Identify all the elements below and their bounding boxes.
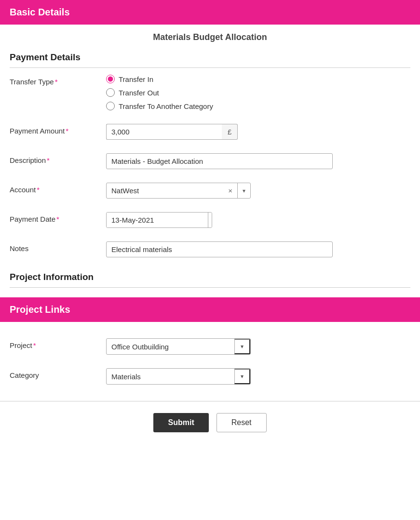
category-row: Category Materials ▾ — [0, 361, 420, 391]
project-value: Office Outbuilding — [107, 339, 234, 354]
payment-date-required: * — [56, 215, 59, 223]
project-required: * — [33, 341, 36, 349]
payment-date-label: Payment Date* — [10, 212, 106, 223]
account-select-group: NatWest × ▾ — [106, 183, 251, 199]
notes-input[interactable] — [106, 241, 333, 257]
radio-transfer-in-label: Transfer In — [119, 75, 153, 83]
amount-input-group: £ — [106, 124, 251, 140]
project-dropdown-button[interactable]: ▾ — [234, 339, 250, 354]
account-value: NatWest — [107, 183, 223, 198]
transfer-type-options: Transfer In Transfer Out Transfer To Ano… — [106, 75, 410, 110]
radio-transfer-other-input[interactable] — [106, 102, 115, 110]
currency-symbol: £ — [222, 124, 238, 140]
category-value: Materials — [107, 369, 234, 384]
project-information-title: Project Information — [0, 264, 420, 287]
footer-buttons: Submit Reset — [0, 401, 420, 444]
project-row: Project* Office Outbuilding ▾ — [0, 332, 420, 361]
account-dropdown-button[interactable]: ▾ — [238, 184, 250, 198]
payment-amount-required: * — [66, 127, 68, 135]
notes-wrap — [106, 241, 410, 257]
radio-transfer-out-input[interactable] — [106, 88, 115, 97]
account-row: Account* NatWest × ▾ — [0, 176, 420, 205]
project-select-wrap: Office Outbuilding ▾ — [106, 338, 410, 355]
radio-transfer-other[interactable]: Transfer To Another Category — [106, 102, 410, 110]
payment-details-title: Payment Details — [0, 44, 420, 67]
radio-transfer-out[interactable]: Transfer Out — [106, 88, 410, 97]
transfer-type-required: * — [55, 78, 58, 86]
category-select-wrap: Materials ▾ — [106, 368, 410, 385]
breadcrumb-title: Materials Budget Allocation — [0, 25, 420, 44]
date-input-group: 📅 — [106, 212, 212, 228]
notes-label: Notes — [10, 241, 106, 253]
radio-transfer-other-label: Transfer To Another Category — [119, 102, 213, 110]
account-required: * — [37, 186, 40, 194]
radio-group: Transfer In Transfer Out Transfer To Ano… — [106, 75, 410, 110]
notes-row: Notes — [0, 235, 420, 264]
project-label: Project* — [10, 338, 106, 349]
payment-date-wrap: 📅 — [106, 212, 410, 228]
account-clear-button[interactable]: × — [223, 183, 238, 198]
basic-details-header: Basic Details — [0, 0, 420, 25]
category-label: Category — [10, 368, 106, 379]
reset-button[interactable]: Reset — [217, 413, 267, 432]
description-row: Description* — [0, 147, 420, 176]
description-input[interactable] — [106, 153, 333, 169]
category-dropdown-button[interactable]: ▾ — [234, 369, 250, 384]
account-wrap: NatWest × ▾ — [106, 183, 410, 199]
payment-amount-wrap: £ — [106, 124, 410, 140]
category-select-group: Materials ▾ — [106, 368, 251, 385]
radio-transfer-in[interactable]: Transfer In — [106, 75, 410, 83]
payment-amount-row: Payment Amount* £ — [0, 117, 420, 147]
project-select-group: Office Outbuilding ▾ — [106, 338, 251, 355]
payment-amount-label: Payment Amount* — [10, 124, 106, 135]
payment-date-input[interactable] — [107, 213, 208, 227]
radio-transfer-in-input[interactable] — [106, 75, 115, 83]
radio-transfer-out-label: Transfer Out — [119, 89, 159, 97]
description-wrap — [106, 153, 410, 169]
description-required: * — [47, 156, 50, 164]
project-links-header: Project Links — [0, 297, 420, 322]
transfer-type-row: Transfer Type* Transfer In Transfer Out … — [0, 68, 420, 117]
calendar-button[interactable]: 📅 — [208, 213, 212, 227]
description-label: Description* — [10, 153, 106, 164]
account-label: Account* — [10, 183, 106, 194]
submit-button[interactable]: Submit — [153, 413, 208, 432]
transfer-type-label: Transfer Type* — [10, 75, 106, 86]
payment-date-row: Payment Date* 📅 — [0, 205, 420, 235]
payment-amount-input[interactable] — [106, 124, 222, 140]
